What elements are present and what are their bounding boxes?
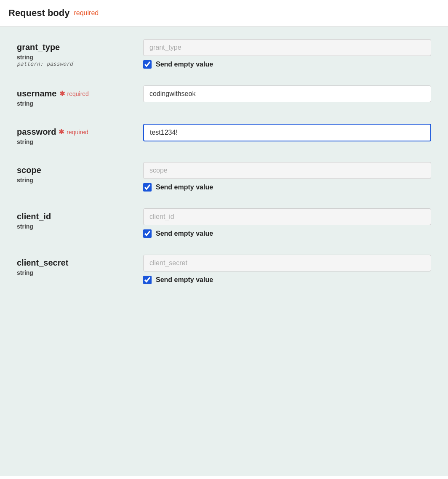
field-name-text-scope: scope (17, 165, 41, 175)
checkbox-row-client_id: Send empty value (143, 229, 431, 238)
request-body-header: Request body required (0, 0, 448, 27)
field-type-scope: string (17, 177, 126, 184)
checkbox-client_id[interactable] (143, 229, 152, 238)
field-input-col-client_secret: Send empty value (143, 255, 431, 284)
field-type-grant_type: string (17, 54, 126, 61)
field-label-col-grant_type: grant_typestringpattern: password (17, 39, 126, 67)
field-type-client_secret: string (17, 269, 126, 276)
field-name-username: username✱required (17, 89, 126, 98)
field-input-client_secret[interactable] (143, 255, 431, 271)
checkbox-label-scope: Send empty value (156, 184, 213, 191)
field-input-grant_type[interactable] (143, 39, 431, 56)
field-input-col-client_id: Send empty value (143, 208, 431, 238)
field-row-grant_type: grant_typestringpattern: passwordSend em… (17, 39, 431, 69)
required-label-password: required (67, 129, 88, 136)
field-type-username: string (17, 100, 126, 107)
field-name-client_secret: client_secret (17, 258, 126, 268)
checkbox-grant_type[interactable] (143, 60, 152, 69)
field-name-text-client_id: client_id (17, 212, 51, 221)
field-type-client_id: string (17, 223, 126, 230)
field-input-col-username (143, 85, 431, 102)
checkbox-client_secret[interactable] (143, 276, 152, 284)
checkbox-label-client_id: Send empty value (156, 230, 213, 237)
field-input-scope[interactable] (143, 162, 431, 179)
field-name-text-password: password (17, 127, 56, 137)
checkbox-row-scope: Send empty value (143, 183, 431, 192)
field-name-text-username: username (17, 89, 57, 98)
field-name-text-client_secret: client_secret (17, 258, 68, 268)
required-star-username: ✱ (59, 90, 65, 98)
checkbox-row-grant_type: Send empty value (143, 60, 431, 69)
field-row-client_secret: client_secretstringSend empty value (17, 255, 431, 284)
fields-container: grant_typestringpattern: passwordSend em… (17, 39, 431, 284)
field-input-password[interactable] (143, 124, 431, 141)
checkbox-label-client_secret: Send empty value (156, 276, 213, 284)
field-row-client_id: client_idstringSend empty value (17, 208, 431, 238)
field-type-password: string (17, 138, 126, 145)
header-title: Request body (8, 8, 69, 19)
main-content: grant_typestringpattern: passwordSend em… (0, 27, 448, 476)
field-label-col-client_secret: client_secretstring (17, 255, 126, 276)
required-star-password: ✱ (59, 128, 64, 136)
field-label-col-password: password✱requiredstring (17, 124, 126, 145)
field-name-text-grant_type: grant_type (17, 43, 60, 52)
field-input-col-password (143, 124, 431, 141)
checkbox-scope[interactable] (143, 183, 152, 192)
field-name-grant_type: grant_type (17, 43, 126, 52)
field-input-username[interactable] (143, 85, 431, 102)
field-row-scope: scopestringSend empty value (17, 162, 431, 192)
field-pattern-grant_type: pattern: password (17, 61, 126, 67)
field-name-password: password✱required (17, 127, 126, 137)
checkbox-row-client_secret: Send empty value (143, 276, 431, 284)
field-name-scope: scope (17, 165, 126, 175)
field-row-password: password✱requiredstring (17, 124, 431, 145)
field-label-col-username: username✱requiredstring (17, 85, 126, 107)
field-input-col-grant_type: Send empty value (143, 39, 431, 69)
field-row-username: username✱requiredstring (17, 85, 431, 107)
field-label-col-scope: scopestring (17, 162, 126, 184)
checkbox-label-grant_type: Send empty value (156, 61, 213, 68)
field-input-client_id[interactable] (143, 208, 431, 225)
field-input-col-scope: Send empty value (143, 162, 431, 192)
header-required-label: required (74, 9, 99, 17)
field-label-col-client_id: client_idstring (17, 208, 126, 230)
field-name-client_id: client_id (17, 212, 126, 221)
required-label-username: required (67, 90, 89, 97)
